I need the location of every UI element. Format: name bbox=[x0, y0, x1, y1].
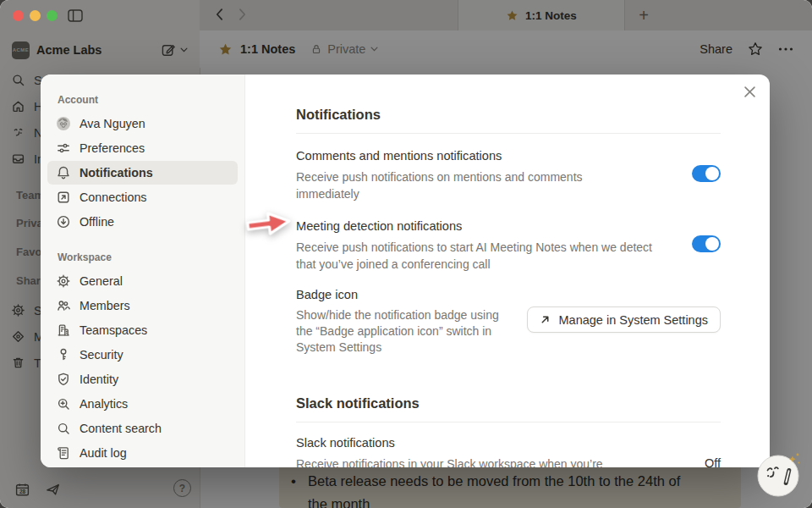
download-circle-icon bbox=[56, 214, 71, 229]
settings-page-title: Notifications bbox=[296, 105, 721, 124]
annotation-arrow bbox=[243, 206, 295, 242]
key-icon bbox=[56, 347, 71, 362]
settings-item-identity[interactable]: Identity bbox=[47, 367, 238, 391]
avatar bbox=[56, 116, 71, 131]
magnifier-icon bbox=[56, 421, 71, 436]
cursor-badge bbox=[755, 450, 804, 500]
magnifier-plus-icon bbox=[56, 396, 71, 411]
bell-icon bbox=[56, 165, 71, 180]
gear-icon bbox=[56, 273, 71, 289]
app-window: ACME Acme Labs Search Home Notion AI bbox=[0, 0, 812, 508]
settings-item-preferences[interactable]: Preferences bbox=[47, 136, 238, 160]
shield-check-icon bbox=[56, 372, 71, 387]
arrow-up-right-icon bbox=[540, 314, 551, 325]
setting-row-badge-icon: Badge icon Show/hide the notification ba… bbox=[296, 286, 721, 356]
settings-item-teamspaces[interactable]: Teamspaces bbox=[47, 318, 238, 342]
traffic-lights bbox=[13, 10, 58, 21]
settings-item-security[interactable]: Security bbox=[47, 343, 238, 367]
zoom-window-button[interactable] bbox=[47, 10, 58, 21]
divider bbox=[296, 133, 721, 134]
minimize-window-button[interactable] bbox=[30, 10, 41, 21]
meeting-detection-toggle[interactable] bbox=[692, 235, 721, 252]
slack-section-title: Slack notifications bbox=[296, 394, 721, 412]
settings-item-content-search[interactable]: Content search bbox=[47, 417, 238, 440]
settings-section-account: Account bbox=[41, 90, 244, 111]
comments-notifications-toggle[interactable] bbox=[692, 165, 721, 182]
settings-item-offline[interactable]: Offline bbox=[47, 210, 238, 234]
setting-row-meeting-detection: Meeting detection notifications Receive … bbox=[296, 218, 721, 273]
divider bbox=[296, 422, 721, 422]
settings-item-general[interactable]: General bbox=[47, 269, 238, 293]
settings-section-workspace: Workspace bbox=[41, 247, 244, 268]
settings-item-analytics[interactable]: Analytics bbox=[47, 392, 238, 416]
setting-row-comments: Comments and mentions notifications Rece… bbox=[296, 147, 721, 202]
arrow-out-box-icon bbox=[56, 190, 71, 205]
close-icon[interactable] bbox=[744, 86, 755, 97]
settings-content: Notifications Comments and mentions noti… bbox=[245, 75, 770, 467]
settings-item-audit-log[interactable]: Audit log bbox=[47, 441, 238, 465]
setting-row-slack: Slack notifications Receive notification… bbox=[296, 434, 721, 467]
settings-sidebar: Account Ava Nguyen Preferences bbox=[41, 75, 245, 467]
settings-item-account-profile[interactable]: Ava Nguyen bbox=[47, 112, 238, 135]
settings-item-notifications[interactable]: Notifications bbox=[47, 161, 238, 185]
settings-modal: Account Ava Nguyen Preferences bbox=[41, 75, 770, 467]
close-window-button[interactable] bbox=[13, 10, 24, 21]
building-icon bbox=[56, 323, 71, 338]
settings-item-members[interactable]: Members bbox=[47, 294, 238, 318]
sliders-icon bbox=[56, 141, 71, 156]
slack-notifications-value[interactable]: Off bbox=[705, 456, 721, 467]
scroll-icon bbox=[56, 445, 71, 461]
people-icon bbox=[56, 298, 71, 313]
settings-item-connections[interactable]: Connections bbox=[47, 185, 238, 209]
manage-system-settings-button[interactable]: Manage in System Settings bbox=[527, 306, 721, 333]
